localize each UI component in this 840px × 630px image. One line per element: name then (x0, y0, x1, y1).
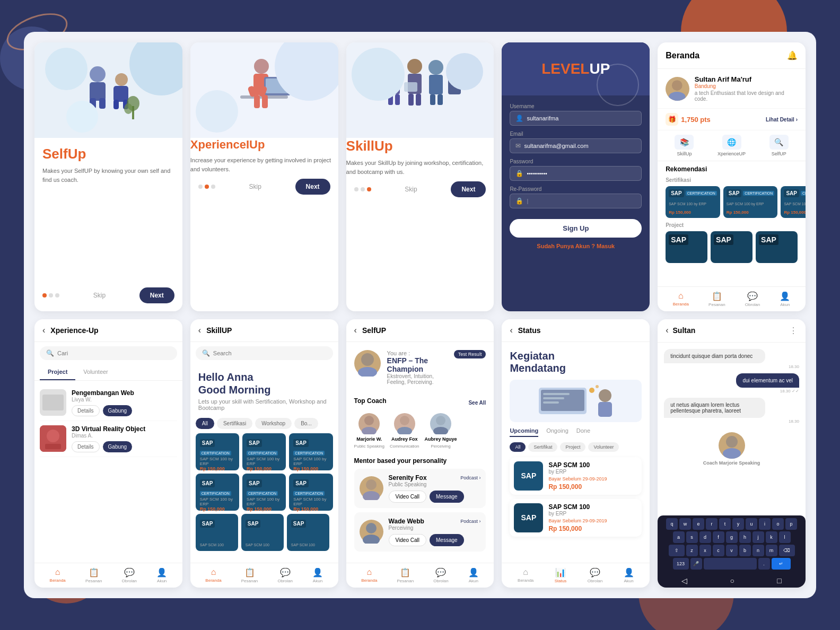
search-input[interactable] (57, 350, 171, 356)
key-a[interactable]: a (673, 531, 685, 543)
sap-project-1[interactable]: SAP (666, 231, 707, 263)
chat-back-button[interactable]: ‹ (666, 326, 668, 335)
message-button-1[interactable]: Message (430, 491, 464, 503)
skillup-skip-button[interactable]: Skip (405, 186, 417, 193)
password-input[interactable]: 🔒 •••••••••• (510, 166, 642, 181)
key-space[interactable] (704, 558, 757, 570)
filter-sertifikasi[interactable]: Sertifikasi (217, 418, 252, 429)
tab-done[interactable]: Done (576, 427, 590, 437)
key-r[interactable]: r (706, 518, 718, 530)
key-c[interactable]: c (713, 545, 724, 556)
detail-button-1[interactable]: Details (72, 405, 100, 416)
android-recent-button[interactable]: □ (777, 576, 781, 585)
key-123[interactable]: 123 (673, 558, 689, 570)
xperience-nav-item[interactable]: 🌐 XperienceUP (718, 135, 746, 156)
sp-nav-pesanan[interactable]: 📋 Pesanan (397, 567, 414, 583)
skillup-next-button[interactable]: Next (451, 181, 486, 197)
key-enter[interactable]: ↵ (772, 558, 791, 570)
filter-workshop[interactable]: Workshop (255, 418, 292, 429)
video-call-button-1[interactable]: Video Call (389, 491, 426, 503)
key-period[interactable]: . (758, 558, 770, 570)
sk-nav-pesanan[interactable]: 📋 Pesanan (241, 567, 258, 583)
back-button[interactable]: ‹ (42, 326, 45, 335)
tab-volunteer[interactable]: Volunteer (75, 364, 116, 380)
username-input[interactable]: 👤 sultanarifma (510, 111, 642, 126)
nav-akun[interactable]: 👤 Akun (780, 291, 790, 307)
key-g[interactable]: g (726, 531, 738, 543)
key-s[interactable]: s (686, 531, 698, 543)
key-w[interactable]: w (679, 518, 691, 530)
email-input[interactable]: ✉ sultanarifma@gmail.com (510, 138, 642, 153)
sap-item-3[interactable]: SAPCERTIFICATION SAP SCM 100 by ERP Rp 1… (781, 186, 806, 218)
key-z[interactable]: z (686, 545, 698, 556)
skillup-sap-8[interactable]: SAP SAP SCM 100 (241, 514, 284, 551)
selfup-nav-item[interactable]: 🔍 SelfUP (769, 135, 789, 156)
xperience-skip-button[interactable]: Skip (249, 183, 261, 190)
android-home-button[interactable]: ○ (730, 576, 734, 585)
skillup-sap-9[interactable]: SAP SAP SCM 100 (287, 514, 329, 551)
repassword-input[interactable]: 🔒 | (510, 194, 642, 208)
pill-volunteer[interactable]: Volunteer (588, 442, 619, 452)
sp-nav-obrolan[interactable]: 💬 Obrolan (433, 567, 448, 583)
sap-item-1[interactable]: SAPCERTIFICATION SAP SCM 100 by ERP Rp 1… (666, 186, 720, 218)
sk-nav-obrolan[interactable]: 💬 Obrolan (277, 567, 292, 583)
nav-pesanan[interactable]: 📋 Pesanan (708, 291, 725, 307)
skillup-search-input[interactable] (213, 350, 327, 356)
pill-sertifikat[interactable]: Sertifikat (528, 442, 557, 452)
st-nav-status[interactable]: 📊 Status (555, 567, 567, 583)
key-o[interactable]: o (772, 518, 784, 530)
xperience-next-button[interactable]: Next (295, 179, 330, 195)
key-q[interactable]: q (666, 518, 678, 530)
skillup-sap-2[interactable]: SAP CERTIFICATION SAP SCM 100 by ERP Rp … (242, 433, 286, 470)
skillup-sap-1[interactable]: SAP CERTIFICATION SAP SCM 100 by ERP Rp … (196, 433, 239, 470)
xp-nav-pesanan[interactable]: 📋 Pesanan (85, 567, 102, 583)
message-button-2[interactable]: Message (430, 534, 464, 546)
tab-upcoming[interactable]: Upcoming (510, 427, 538, 437)
filter-all[interactable]: All (196, 418, 214, 429)
sap-project-2[interactable]: SAP (711, 231, 752, 263)
tab-ongoing[interactable]: Ongoing (546, 427, 568, 437)
key-t[interactable]: t (719, 518, 731, 530)
skillup-sap-7[interactable]: SAP SAP SCM 100 (196, 514, 238, 551)
xp-nav-obrolan[interactable]: 💬 Obrolan (122, 567, 137, 583)
key-j[interactable]: j (752, 531, 764, 543)
key-e[interactable]: e (693, 518, 704, 530)
see-all-button[interactable]: See All (468, 400, 486, 406)
sk-nav-akun[interactable]: 👤 Akun (312, 567, 323, 583)
key-m[interactable]: m (766, 545, 777, 556)
xp-nav-beranda[interactable]: ⌂ Beranda (50, 567, 66, 583)
selfup-profile-back[interactable]: ‹ (354, 326, 357, 335)
key-l[interactable]: l (779, 531, 791, 543)
sp-nav-beranda[interactable]: ⌂ Beranda (361, 567, 377, 583)
gabung-button-2[interactable]: Gabung (103, 441, 133, 452)
tab-project[interactable]: Project (40, 364, 75, 380)
status-back-button[interactable]: ‹ (510, 326, 512, 335)
key-u[interactable]: u (746, 518, 757, 530)
skillup-sap-4[interactable]: SAP CERTIFICATION SAP SCM 100 by ERP Rp … (196, 474, 239, 511)
key-f[interactable]: f (713, 531, 724, 543)
skillup-sap-5[interactable]: SAP CERTIFICATION SAP SCM 100 by ERP Rp … (242, 474, 286, 511)
xp-nav-akun[interactable]: 👤 Akun (156, 567, 167, 583)
lihat-detail-link[interactable]: Lihat Detail › (766, 117, 798, 122)
sap-project-3[interactable]: SAP (756, 231, 798, 263)
skillup-search-bar[interactable]: 🔍 (196, 346, 333, 360)
key-i[interactable]: i (759, 518, 771, 530)
key-h[interactable]: h (739, 531, 751, 543)
gabung-button-1[interactable]: Gabung (103, 405, 133, 416)
notification-icon[interactable]: 🔔 (787, 50, 798, 60)
pill-project[interactable]: Project (560, 442, 585, 452)
key-backspace[interactable]: ⌫ (779, 545, 795, 556)
st-nav-obrolan[interactable]: 💬 Obrolan (588, 567, 602, 583)
video-call-button-2[interactable]: Video Call (389, 534, 426, 546)
sp-nav-akun[interactable]: 👤 Akun (468, 567, 479, 583)
key-n[interactable]: n (752, 545, 764, 556)
selfup-next-button[interactable]: Next (139, 287, 174, 303)
key-x[interactable]: x (699, 545, 711, 556)
st-nav-akun[interactable]: 👤 Akun (624, 567, 634, 583)
pill-all[interactable]: All (510, 442, 526, 452)
detail-button-2[interactable]: Details (72, 441, 100, 452)
sk-nav-beranda[interactable]: ⌂ Beranda (205, 567, 221, 583)
key-v[interactable]: v (726, 545, 738, 556)
key-b[interactable]: b (739, 545, 751, 556)
search-bar[interactable]: 🔍 (40, 346, 177, 360)
